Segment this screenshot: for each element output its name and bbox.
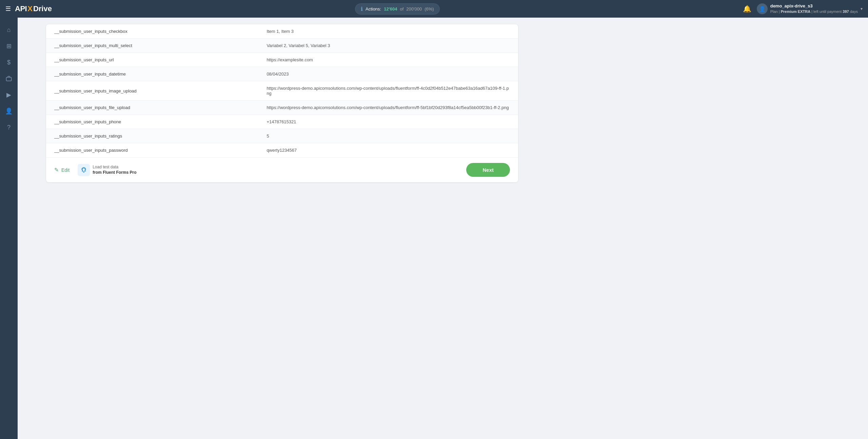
footer-left: ✎ Edit L	[54, 164, 136, 176]
table-row: __submission_user_inputs_checkboxItem 1,…	[46, 24, 518, 39]
main-content: __submission_user_inputs_checkboxItem 1,…	[18, 18, 868, 439]
plan-prefix: Plan |	[770, 9, 780, 14]
load-test-line1: Load test data	[93, 165, 118, 170]
bell-icon[interactable]: 🔔	[743, 5, 751, 13]
field-value: qwerty1234567	[258, 143, 518, 158]
load-test-icon	[78, 164, 90, 176]
table-row: __submission_user_inputs_urlhttps://exam…	[46, 53, 518, 67]
field-name: __submission_user_inputs_checkbox	[46, 24, 258, 39]
field-value: https://examplesite.com	[258, 53, 518, 67]
actions-used-count: 12'604	[384, 6, 397, 12]
table-row: __submission_user_inputs_ratings5	[46, 129, 518, 143]
field-value: 08/04/2023	[258, 67, 518, 81]
chevron-down-icon: ▾	[861, 6, 863, 11]
table-row: __submission_user_inputs_phone+147876153…	[46, 115, 518, 129]
layout: ⌂ ⊞ $ ▶ 👤 ? __submission_user_inputs_che…	[0, 18, 868, 439]
topnav-center: ℹ Actions: 12'604 of 200'000 (6%)	[52, 3, 743, 15]
sidebar-item-video[interactable]: ▶	[2, 88, 16, 102]
sidebar-item-tools[interactable]	[2, 72, 16, 85]
card-footer: ✎ Edit L	[46, 157, 518, 182]
field-value: 5	[258, 129, 518, 143]
main-card: __submission_user_inputs_checkboxItem 1,…	[46, 24, 518, 182]
field-name: __submission_user_inputs_phone	[46, 115, 258, 129]
plan-days-unit: days	[850, 9, 858, 14]
edit-button[interactable]: ✎ Edit	[54, 167, 70, 173]
plan-days: 397	[843, 9, 849, 14]
user-name: demo_apix-drive_s3	[770, 3, 858, 9]
topnav-left: ☰ APIXDrive	[5, 4, 52, 13]
table-row: __submission_user_inputs_image_uploadhtt…	[46, 81, 518, 101]
field-value: https://wordpress-demo.apicomsolutions.c…	[258, 101, 518, 115]
user-info[interactable]: 👤 demo_apix-drive_s3 Plan | Premium EXTR…	[757, 3, 863, 14]
next-button[interactable]: Next	[466, 163, 510, 177]
logo-x-text: X	[27, 4, 33, 13]
logo-drive-text: Drive	[33, 4, 52, 13]
field-name: __submission_user_inputs_multi_select	[46, 39, 258, 53]
sidebar: ⌂ ⊞ $ ▶ 👤 ?	[0, 18, 18, 439]
table-row: __submission_user_inputs_datetime08/04/2…	[46, 67, 518, 81]
field-value: Item 1, Item 3	[258, 24, 518, 39]
menu-icon[interactable]: ☰	[5, 5, 11, 13]
field-name: __submission_user_inputs_ratings	[46, 129, 258, 143]
logo: APIXDrive	[15, 4, 52, 13]
table-row: __submission_user_inputs_multi_selectVar…	[46, 39, 518, 53]
actions-percentage: (6%)	[425, 6, 434, 12]
actions-total-count: 200'000	[406, 6, 422, 12]
svg-rect-2	[83, 172, 84, 172]
field-name: __submission_user_inputs_datetime	[46, 67, 258, 81]
topnav-right: 🔔 👤 demo_apix-drive_s3 Plan | Premium EX…	[743, 3, 863, 14]
page-wrapper: __submission_user_inputs_checkboxItem 1,…	[18, 18, 526, 189]
avatar: 👤	[757, 3, 768, 14]
user-plan: Plan | Premium EXTRA | left until paymen…	[770, 9, 858, 14]
table-row: __submission_user_inputs_passwordqwerty1…	[46, 143, 518, 158]
data-table: __submission_user_inputs_checkboxItem 1,…	[46, 24, 518, 157]
load-test-line2: from Fluent Forms Pro	[93, 170, 136, 175]
edit-label: Edit	[61, 167, 70, 173]
actions-of-label: of	[400, 6, 403, 12]
actions-badge: ℹ Actions: 12'604 of 200'000 (6%)	[355, 3, 440, 15]
field-value: Variabel 2, Variabel 5, Variabel 3	[258, 39, 518, 53]
sidebar-item-user[interactable]: 👤	[2, 104, 16, 118]
logo-api-text: API	[15, 4, 27, 13]
field-name: __submission_user_inputs_image_upload	[46, 81, 258, 101]
field-name: __submission_user_inputs_url	[46, 53, 258, 67]
topnav: ☰ APIXDrive ℹ Actions: 12'604 of 200'000…	[0, 0, 868, 18]
info-icon: ℹ	[361, 6, 363, 12]
field-value: https://wordpress-demo.apicomsolutions.c…	[258, 81, 518, 101]
field-name: __submission_user_inputs_password	[46, 143, 258, 158]
plan-name: Premium EXTRA	[781, 9, 810, 14]
svg-rect-1	[83, 171, 85, 172]
sidebar-item-help[interactable]: ?	[2, 121, 16, 134]
table-row: __submission_user_inputs_file_uploadhttp…	[46, 101, 518, 115]
svg-rect-0	[6, 77, 12, 81]
user-details: demo_apix-drive_s3 Plan | Premium EXTRA …	[770, 3, 858, 14]
actions-label: Actions:	[366, 6, 381, 12]
plan-suffix: | left until payment	[811, 9, 842, 14]
load-test-button[interactable]: Load test data from Fluent Forms Pro	[78, 164, 136, 176]
field-value: +14787615321	[258, 115, 518, 129]
load-test-text: Load test data from Fluent Forms Pro	[93, 165, 136, 175]
sidebar-item-home[interactable]: ⌂	[2, 23, 16, 37]
sidebar-item-billing[interactable]: $	[2, 56, 16, 69]
field-name: __submission_user_inputs_file_upload	[46, 101, 258, 115]
sidebar-item-dashboard[interactable]: ⊞	[2, 39, 16, 53]
pencil-icon: ✎	[54, 167, 59, 173]
